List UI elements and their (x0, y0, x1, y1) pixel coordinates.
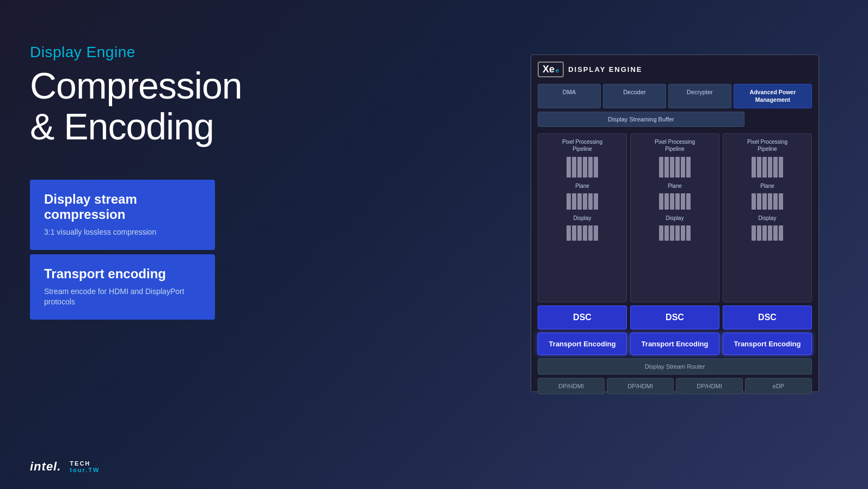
bar (659, 157, 663, 178)
transport-encoding-box-3: Transport Encoding (723, 333, 812, 355)
bar (659, 193, 663, 210)
bar (768, 157, 772, 178)
bar (681, 193, 685, 210)
bar (577, 157, 582, 178)
dp-port-2: DP/HDMI (607, 378, 674, 394)
pipeline-col-2: Pixel ProcessingPipeline Plane (630, 133, 719, 302)
bar (681, 225, 685, 241)
tech-tour-logo: TECH tour.TW (70, 460, 100, 473)
dp-port-3: DP/HDMI (676, 378, 743, 394)
pipeline-col-1: Pixel ProcessingPipeline Plane (538, 133, 627, 302)
xe-display-engine-box: Xe e DISPLAY ENGINE DMA Decoder Decrypte… (531, 54, 819, 392)
bar (773, 225, 778, 241)
pipeline-2-bars-bot (659, 225, 691, 241)
bar (675, 225, 680, 241)
pipeline-1-bars-mid (567, 193, 598, 210)
bar (567, 193, 571, 210)
pipeline-1-bars-bot (567, 225, 598, 241)
dsc-box-3: DSC (723, 305, 812, 329)
xe-header: Xe e DISPLAY ENGINE (538, 62, 812, 77)
bar (779, 193, 783, 210)
xe-badge: Xe e (538, 62, 564, 77)
tour-text: tour.TW (70, 467, 100, 473)
pipeline-3-bars-mid (752, 193, 783, 210)
dp-port-1: DP/HDMI (538, 378, 605, 394)
bar (686, 193, 691, 210)
bar (675, 193, 680, 210)
bar (572, 193, 576, 210)
decrypter-chip: Decrypter (668, 84, 731, 108)
bar (773, 157, 778, 178)
intel-logo: intel. (30, 460, 61, 474)
bar (588, 157, 593, 178)
dsc-row: DSC DSC DSC (538, 305, 812, 329)
bar (681, 157, 685, 178)
bar (594, 157, 598, 178)
pipeline-2-bars-mid (659, 193, 691, 210)
bar (572, 225, 576, 241)
display-label-2: Display (666, 215, 684, 221)
pipeline-col-3: Pixel ProcessingPipeline Plane (723, 133, 812, 302)
feature-card-transport: Transport encoding Stream encode for HDM… (30, 254, 215, 320)
feature-card-dsc: Display stream compression 3:1 visually … (30, 180, 215, 250)
bar (664, 157, 669, 178)
diagram-container: Xe e DISPLAY ENGINE DMA Decoder Decrypte… (531, 54, 819, 392)
bar (757, 225, 761, 241)
bar (752, 225, 756, 241)
bar (762, 193, 767, 210)
bar (675, 157, 680, 178)
pipeline-1-bars-top (567, 157, 598, 178)
bar (686, 225, 691, 241)
bar (572, 157, 576, 178)
dsc-box-1: DSC (538, 305, 627, 329)
pipeline-3-bars-bot (752, 225, 783, 241)
page-subtitle: Display Engine (30, 44, 269, 61)
bar (762, 225, 767, 241)
pipeline-2-label: Pixel ProcessingPipeline (655, 138, 695, 152)
bar (686, 157, 691, 178)
xe-title-text: DISPLAY ENGINE (568, 65, 642, 74)
pipeline-2-bars-top (659, 157, 691, 178)
plane-label-1: Plane (575, 183, 589, 189)
bar (588, 193, 593, 210)
bar (583, 157, 587, 178)
bar (779, 157, 783, 178)
dsc-box-2: DSC (630, 305, 719, 329)
pipeline-3-bars-top (752, 157, 783, 178)
bar (664, 193, 669, 210)
bar (659, 225, 663, 241)
bar (594, 193, 598, 210)
bar (670, 193, 674, 210)
transport-encoding-box-2: Transport Encoding (630, 333, 719, 355)
left-panel: Display Engine Compression & Encoding Di… (30, 44, 269, 324)
streaming-buffer: Display Streaming Buffer (538, 112, 744, 127)
main-title: Compression & Encoding (30, 65, 269, 147)
feature-dsc-desc: 3:1 visually lossless compression (44, 227, 201, 238)
dp-port-4: eDP (745, 378, 812, 394)
pipeline-3-label: Pixel ProcessingPipeline (747, 138, 787, 152)
feature-transport-title: Transport encoding (44, 266, 201, 282)
tech-text: TECH (70, 460, 100, 467)
display-label-3: Display (759, 215, 777, 221)
bar (752, 157, 756, 178)
bar (567, 225, 571, 241)
transport-encoding-row: Transport Encoding Transport Encoding Tr… (538, 333, 812, 355)
bar (768, 225, 772, 241)
bar (577, 225, 582, 241)
feature-transport-desc: Stream encode for HDMI and DisplayPort p… (44, 286, 201, 308)
bar (588, 225, 593, 241)
bar (567, 157, 571, 178)
pipelines-row: Pixel ProcessingPipeline Plane (538, 133, 812, 302)
decoder-chip: Decoder (603, 84, 666, 108)
bar (752, 193, 756, 210)
display-stream-router: Display Stream Router (538, 358, 812, 375)
display-label-1: Display (574, 215, 592, 221)
bar (664, 225, 669, 241)
pipeline-1-label: Pixel ProcessingPipeline (562, 138, 602, 152)
bar (670, 225, 674, 241)
plane-label-2: Plane (668, 183, 682, 189)
main-title-line2: & Encoding (30, 106, 214, 147)
bar (583, 193, 587, 210)
feature-dsc-title: Display stream compression (44, 192, 201, 223)
bar (757, 157, 761, 178)
